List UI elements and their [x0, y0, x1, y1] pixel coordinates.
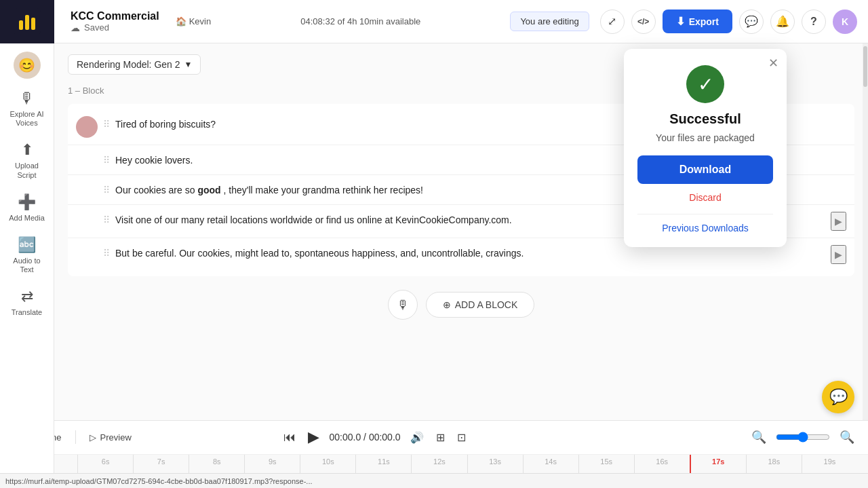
chat-icon-button[interactable]: 💬 [739, 10, 764, 34]
add-block-label: ADD A BLOCK [455, 299, 518, 310]
chat-support-widget[interactable]: 💬 [822, 381, 854, 413]
microphone-icon: 🎙 [20, 90, 35, 107]
add-media-icon: ➕ [18, 193, 36, 211]
sidebar-item-upload-script[interactable]: ⬆ Upload Script [3, 136, 52, 185]
previous-downloads-link[interactable]: Previous Downloads [662, 223, 749, 233]
logo-area [0, 0, 54, 43]
script-text: But be careful. Our cookies, might lead … [115, 245, 825, 261]
svg-rect-1 [19, 20, 23, 30]
export-label: Export [689, 16, 719, 27]
timeline-controls: ▲ Timeline ▷ Preview ⏮ ▶ 00:00.0 / 00:00… [0, 421, 868, 455]
kevin-label: Kevin [189, 16, 212, 26]
header-actions: ⤢ </> ⬇ Export 💬 🔔 ? K [600, 10, 857, 34]
fit-button[interactable]: ⊞ [433, 428, 448, 447]
upload-icon: ⬆ [21, 141, 33, 159]
transport-controls: ⏮ ▶ 00:00.0 / 00:00.0 🔊 ⊞ ⊡ [281, 426, 468, 449]
svg-rect-3 [31, 18, 35, 30]
header: KCC Commercial ☁ Saved 🏠 Kevin 04:08:32 … [0, 0, 868, 43]
play-pause-button[interactable]: ▶ [305, 426, 322, 449]
play-button[interactable]: ▶ [831, 212, 846, 231]
rendering-model-select[interactable]: Rendering Model: Gen 2 ▼ [68, 54, 201, 75]
sidebar-label-translate: Translate [12, 308, 42, 317]
preview-icon: ▷ [90, 432, 96, 443]
popup-title: Successful [669, 111, 741, 127]
avatar[interactable]: K [833, 10, 857, 34]
play-button[interactable]: ▶ [831, 245, 846, 264]
preview-label: Preview [100, 432, 132, 443]
add-block-button[interactable]: ⊕ ADD A BLOCK [426, 292, 535, 318]
scrollbar-thumb[interactable] [863, 46, 867, 87]
sidebar-item-translate[interactable]: ⇄ Translate [3, 282, 52, 322]
drag-handle-icon[interactable]: ⠿ [103, 116, 110, 130]
scrollbar[interactable] [863, 43, 868, 420]
add-block-row: 🎙 ⊕ ADD A BLOCK [68, 290, 854, 320]
tab-divider [75, 430, 76, 444]
sidebar-label-upload: Upload Script [15, 162, 39, 179]
sidebar-item-explore-ai-voices[interactable]: 🎙 Explore AI Voices [3, 84, 52, 133]
project-name: KCC Commercial [71, 10, 159, 22]
kevin-breadcrumb: 🏠 Kevin [176, 16, 212, 26]
mic-button[interactable]: 🎙 [388, 290, 418, 320]
preview-tab[interactable]: ▷ Preview [84, 430, 137, 445]
embed-button[interactable]: </> [631, 10, 656, 34]
drag-handle-icon[interactable]: ⠿ [103, 152, 110, 166]
rendering-model-label: Rendering Model: Gen 2 [77, 59, 180, 70]
sidebar: 😊 🎙 Explore AI Voices ⬆ Upload Script ➕ … [0, 43, 54, 488]
sidebar-label-explore: Explore AI Voices [9, 110, 43, 128]
time-total: 00:00.0 [369, 432, 401, 443]
sidebar-avatar[interactable]: 😊 [14, 52, 41, 79]
sidebar-label-audio-text: Audio to Text [13, 257, 40, 274]
status-bar: https://murf.ai/temp-upload/GTM07cd7275-… [0, 473, 868, 488]
zoom-slider[interactable] [776, 432, 830, 443]
captions-button[interactable]: ⊡ [454, 428, 469, 447]
popup-subtitle: Your files are packaged [656, 132, 755, 143]
popup-close-button[interactable]: ✕ [768, 56, 778, 71]
sidebar-label-add-media: Add Media [9, 214, 45, 223]
app-logo[interactable] [14, 8, 41, 35]
check-icon: ✓ [698, 73, 713, 96]
export-icon: ⬇ [676, 15, 685, 28]
you-editing-badge: You are editing [510, 12, 589, 31]
avatar [76, 116, 98, 138]
notification-button[interactable]: 🔔 [770, 10, 795, 34]
translate-icon: ⇄ [21, 288, 33, 305]
sidebar-item-audio-to-text[interactable]: 🔤 Audio to Text [3, 231, 52, 280]
drag-handle-icon[interactable]: ⠿ [103, 182, 110, 195]
audio-text-icon: 🔤 [18, 236, 36, 254]
export-button[interactable]: ⬇ Export [663, 10, 732, 33]
share-button[interactable]: ⤢ [600, 10, 625, 34]
project-meta: ☁ Saved [71, 22, 159, 33]
sidebar-item-add-media[interactable]: ➕ Add Media [3, 188, 52, 228]
drag-handle-icon[interactable]: ⠿ [103, 212, 110, 225]
plus-icon: ⊕ [443, 299, 451, 310]
skip-back-button[interactable]: ⏮ [281, 428, 298, 447]
zoom-in-button[interactable]: 🔍 [837, 427, 857, 447]
time-current: 00:00.0 [329, 432, 361, 443]
svg-rect-2 [25, 15, 29, 30]
playback-time: 00:00.0 / 00:00.0 [329, 432, 400, 443]
status-url: https://murf.ai/temp-upload/GTM07cd7275-… [5, 477, 313, 485]
chat-icon: 💬 [829, 388, 848, 406]
project-info: KCC Commercial ☁ Saved [71, 10, 159, 33]
time-separator: / [363, 432, 369, 443]
export-success-popup: ✕ ✓ Successful Your files are packaged D… [624, 49, 787, 247]
success-icon-wrap: ✓ [686, 65, 724, 103]
drag-handle-icon[interactable]: ⠿ [103, 245, 110, 259]
chevron-down-icon: ▼ [184, 60, 193, 69]
popup-divider [637, 214, 773, 214]
timeline-right-controls: 🔍 🔍 [749, 427, 857, 447]
saved-label: Saved [84, 22, 109, 33]
search-timeline-button[interactable]: 🔍 [749, 427, 769, 447]
discard-button[interactable]: Discard [689, 192, 721, 203]
time-info: 04:08:32 of 4h 10min available [300, 16, 420, 26]
help-button[interactable]: ? [802, 10, 826, 34]
download-button[interactable]: Download [637, 155, 773, 184]
volume-button[interactable]: 🔊 [408, 428, 427, 447]
